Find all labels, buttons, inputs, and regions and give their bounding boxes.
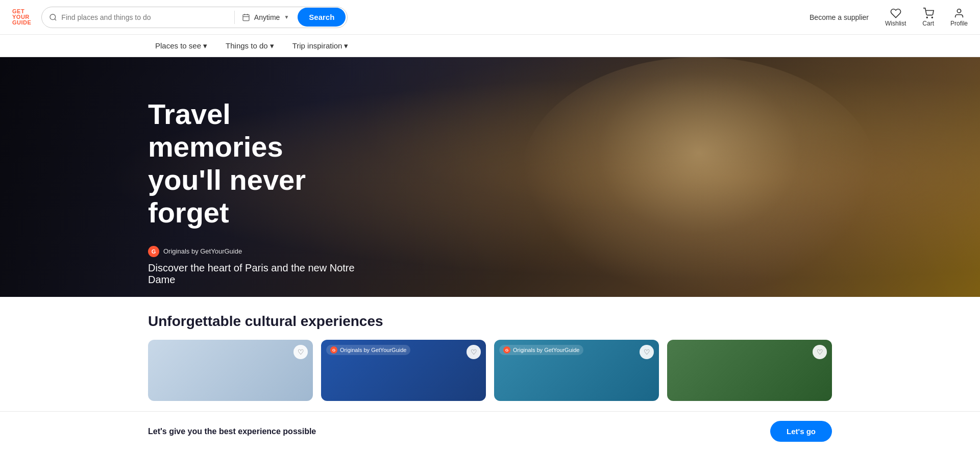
svg-point-6 [926,17,927,18]
experience-card-2[interactable]: G Originals by GetYourGuide ♡ [321,340,486,401]
originals-badge-icon-3: G [503,346,510,354]
section-title: Unforgettable cultural experiences [148,313,832,330]
originals-badge-card-2: G Originals by GetYourGuide [326,345,410,355]
hero-person-image [521,57,878,297]
hero-content: Travel memories you'll never forget G Or… [0,57,357,297]
profile-label: Profile [950,20,968,27]
wishlist-card-2[interactable]: ♡ [467,345,481,359]
chevron-down-icon: ▾ [270,41,274,51]
chevron-down-icon: ▾ [203,41,207,51]
chevron-down-icon: ▾ [344,41,348,51]
bottom-bar: Let's give you the best experience possi… [0,411,980,451]
nav-bar: Places to see ▾ Things to do ▾ Trip insp… [0,35,980,57]
originals-badge-text-3: Originals by GetYourGuide [513,347,579,353]
experiences-section: Unforgettable cultural experiences ♡ G O… [0,297,980,411]
heart-icon [890,8,901,19]
search-input-wrap [42,13,234,21]
svg-line-1 [55,19,56,20]
cards-row: ♡ G Originals by GetYourGuide ♡ G Origin… [148,340,832,401]
search-input[interactable] [61,13,227,21]
nav-things-label: Things to do [226,41,268,50]
logo[interactable]: GET YOUR GUIDE [12,9,31,26]
cart-icon [923,8,934,19]
wishlist-link[interactable]: Wishlist [885,8,906,27]
experience-card-4[interactable]: ♡ [667,340,832,401]
originals-badge-text-2: Originals by GetYourGuide [340,347,406,353]
header: GET YOUR GUIDE Anytime ▼ Search Become a… [0,0,980,35]
profile-icon [953,8,965,19]
wishlist-card-3[interactable]: ♡ [640,345,654,359]
search-bar: Anytime ▼ Search [41,7,348,28]
nav-places-to-see[interactable]: Places to see ▾ [148,37,214,55]
svg-point-8 [957,9,961,12]
hero-section: Travel memories you'll never forget G Or… [0,57,980,297]
arrow-right-icon: › [190,295,193,297]
nav-trip-label: Trip inspiration [292,41,342,50]
lets-go-button[interactable]: Let's go [770,421,832,442]
wishlist-card-4[interactable]: ♡ [813,345,827,359]
originals-label: Originals by GetYourGuide [163,247,242,255]
search-icon [49,13,57,21]
hero-subtitle: Discover the heart of Paris and the new … [148,262,357,286]
originals-badge: G Originals by GetYourGuide [148,246,357,257]
learn-more-label: Learn more [148,295,187,297]
logo-line3: GUIDE [12,20,31,26]
originals-icon: G [148,246,159,257]
bottom-text: Let's give you the best experience possi… [148,427,316,436]
calendar-icon [242,13,250,21]
experience-card-1[interactable]: ♡ [148,340,313,401]
cart-link[interactable]: Cart [922,8,934,27]
svg-point-7 [932,17,933,18]
experience-card-3[interactable]: G Originals by GetYourGuide ♡ [494,340,659,401]
wishlist-card-1[interactable]: ♡ [293,345,308,359]
originals-badge-card-3: G Originals by GetYourGuide [499,345,583,355]
date-picker[interactable]: Anytime ▼ [235,13,296,21]
svg-rect-2 [243,14,249,20]
originals-badge-icon-2: G [330,346,337,354]
nav-places-label: Places to see [155,41,201,50]
become-supplier-link[interactable]: Become a supplier [810,13,869,21]
nav-trip-inspiration[interactable]: Trip inspiration ▾ [285,37,356,55]
search-button[interactable]: Search [298,8,346,27]
cart-label: Cart [922,20,934,27]
nav-things-to-do[interactable]: Things to do ▾ [218,37,281,55]
learn-more-link[interactable]: Learn more › [148,295,357,297]
date-label: Anytime [254,13,280,21]
chevron-down-icon: ▼ [284,14,289,20]
wishlist-label: Wishlist [885,20,906,27]
header-right: Become a supplier Wishlist Cart Profile [810,8,968,27]
hero-title: Travel memories you'll never forget [148,98,357,230]
profile-link[interactable]: Profile [950,8,968,27]
svg-point-0 [50,14,56,20]
